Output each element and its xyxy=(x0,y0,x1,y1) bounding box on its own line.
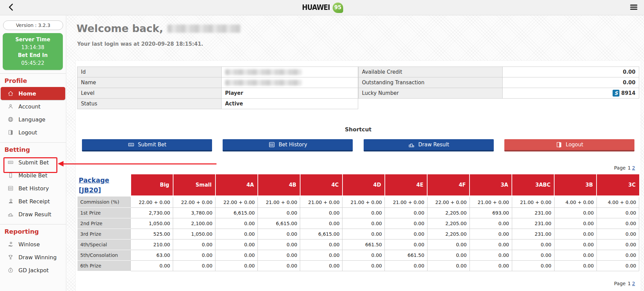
table-row: Name xyxy=(78,77,358,88)
sidebar-item-label: Submit Bet xyxy=(18,159,49,166)
package-cell: 3,780.00 xyxy=(173,208,215,218)
package-cell: 6,615.00 xyxy=(215,208,258,218)
pagination-top: Page12 xyxy=(76,165,636,171)
sidebar-item-logout[interactable]: Logout xyxy=(0,126,66,139)
sidebar-item-gd-jackpot[interactable]: GD Jackpot xyxy=(0,264,66,277)
back-button[interactable] xyxy=(5,2,17,13)
topbar: HUAWEI 95 xyxy=(0,0,644,15)
page-link-2[interactable]: 2 xyxy=(632,281,635,286)
sidebar-item-bet-receipt[interactable]: Bet Receipt xyxy=(0,195,66,208)
package-cell: 0.00 xyxy=(300,239,342,250)
package-cell: 22.00 + 0.00 xyxy=(427,197,470,208)
pagination-bottom: Page12 xyxy=(76,281,636,287)
redacted-username xyxy=(167,25,241,33)
package-row-label: 1st Prize xyxy=(78,208,131,218)
info-label: Level xyxy=(78,88,222,99)
package-cell: 0.00 xyxy=(300,261,342,271)
sidebar-item-label: Draw Result xyxy=(18,211,51,218)
package-cell: 0.00 xyxy=(258,239,300,250)
package-cell: 0.00 xyxy=(173,239,215,250)
shortcut-submit-bet-button[interactable]: Submit Bet xyxy=(82,139,212,151)
shortcut-button-label: Draw Result xyxy=(418,142,449,148)
shortcut-logout-button[interactable]: Logout xyxy=(504,139,634,151)
sidebar-item-account[interactable]: Account xyxy=(0,100,66,113)
package-row-label: 2nd Prize xyxy=(78,218,131,229)
package-link[interactable]: Package[JB20] xyxy=(79,175,109,195)
brand-logo: HUAWEI 95 xyxy=(301,2,343,13)
package-cell: 0.00 xyxy=(385,239,427,250)
sidebar-item-submit-bet[interactable]: Submit Bet xyxy=(0,156,66,169)
hamburger-menu-button[interactable] xyxy=(628,2,639,13)
package-cell: 0.00 xyxy=(342,229,385,239)
package-cell: 0.00 xyxy=(597,208,639,218)
sidebar-item-bet-history[interactable]: Bet History xyxy=(0,182,66,195)
package-table: Package[JB20]BigSmall4A4B4C4D4E4F3A3ABC3… xyxy=(77,174,639,271)
info-value xyxy=(222,77,358,88)
content-card: IdNameLevelPlayerStatusActive Available … xyxy=(76,61,641,291)
package-cell: 525.00 xyxy=(131,229,173,239)
package-cell: 0.00 xyxy=(597,218,639,229)
package-column-header-big: Big xyxy=(131,174,173,197)
package-cell: 0.00 xyxy=(385,261,427,271)
package-cell: 21.00 + 0.00 xyxy=(512,197,554,208)
package-cell: 693.00 xyxy=(470,208,512,218)
brand-badge: 95 xyxy=(333,2,343,13)
lucky-number-text: 8914 xyxy=(621,90,635,96)
mobile-icon xyxy=(8,172,14,178)
package-cell: 0.00 xyxy=(215,261,258,271)
package-link-line: [JB20] xyxy=(79,185,109,195)
shortcut-draw-result-button[interactable]: Draw Result xyxy=(364,139,494,151)
package-column-header-small: Small xyxy=(173,174,215,197)
package-cell: 0.00 xyxy=(258,250,300,261)
server-time-label: Server Time xyxy=(3,36,63,44)
package-cell: 231.00 xyxy=(512,208,554,218)
redacted-value xyxy=(225,80,302,86)
main-content: Welcome back, Your last login was at 202… xyxy=(66,15,644,291)
package-column-header-4e: 4E xyxy=(385,174,427,197)
package-row-4th-special: 4th/Special210.000.000.000.000.00661.500… xyxy=(78,239,639,250)
package-cell: 6,615.00 xyxy=(300,229,342,239)
profile-info-right-table: Available Credit0.00Outstanding Transact… xyxy=(358,67,639,99)
sidebar-item-mobile-bet[interactable]: Mobile Bet xyxy=(0,169,66,182)
info-value: Active xyxy=(222,99,358,109)
package-cell: 0.00 xyxy=(215,239,258,250)
sidebar-item-label: Language xyxy=(18,116,45,123)
shortcut-button-row: Submit BetBet HistoryDraw ResultLogout xyxy=(82,139,634,151)
globe-icon xyxy=(8,116,14,122)
package-cell: 0.00 xyxy=(342,218,385,229)
shortcut-bet-history-button[interactable]: Bet History xyxy=(223,139,353,151)
sidebar-item-language[interactable]: Language xyxy=(0,113,66,126)
table-row: Lucky NumberS8914 xyxy=(359,88,639,99)
hamburger-icon xyxy=(630,7,638,12)
page-link-2[interactable]: 2 xyxy=(632,165,635,171)
package-row-label: 4th/Special xyxy=(78,239,131,250)
package-cell: 2,205.00 xyxy=(427,229,470,239)
sidebar-item-home[interactable]: Home xyxy=(1,87,65,100)
shortcut-button-label: Submit Bet xyxy=(138,142,166,148)
package-column-header-4c: 4C xyxy=(300,174,342,197)
package-cell: 6,615.00 xyxy=(258,218,300,229)
sidebar: Version : 3.2.3 Server Time 13:14:38 Bet… xyxy=(0,15,66,291)
redacted-value xyxy=(225,69,302,75)
page-current: 1 xyxy=(628,165,631,171)
package-link-line: Package xyxy=(79,175,109,185)
package-cell: 21.00 + 0.00 xyxy=(385,197,427,208)
package-cell: 0.00 xyxy=(597,261,639,271)
section-header-betting: Betting xyxy=(4,146,66,153)
package-column-header-4a: 4A xyxy=(215,174,258,197)
package-cell: 21.00 + 0.00 xyxy=(258,197,300,208)
package-cell: 22.00 + 0.00 xyxy=(131,197,173,208)
profile-info: IdNameLevelPlayerStatusActive Available … xyxy=(76,61,641,109)
sidebar-item-winlose[interactable]: Winlose xyxy=(0,238,66,251)
sidebar-item-draw-winning[interactable]: Draw Winning xyxy=(0,251,66,264)
sidebar-divider xyxy=(0,73,66,74)
info-label: Id xyxy=(78,67,222,77)
sidebar-item-label: Home xyxy=(18,90,36,97)
table-row: Outstanding Transaction0.00 xyxy=(359,77,639,88)
section-header-reporting: Reporting xyxy=(4,228,66,235)
package-cell: 22.00 + 0.00 xyxy=(173,197,215,208)
welcome-text: Welcome back, xyxy=(76,23,163,34)
package-cell: 0.00 xyxy=(131,261,173,271)
sidebar-item-draw-result[interactable]: Draw Result xyxy=(0,208,66,221)
logout-icon xyxy=(556,141,562,148)
